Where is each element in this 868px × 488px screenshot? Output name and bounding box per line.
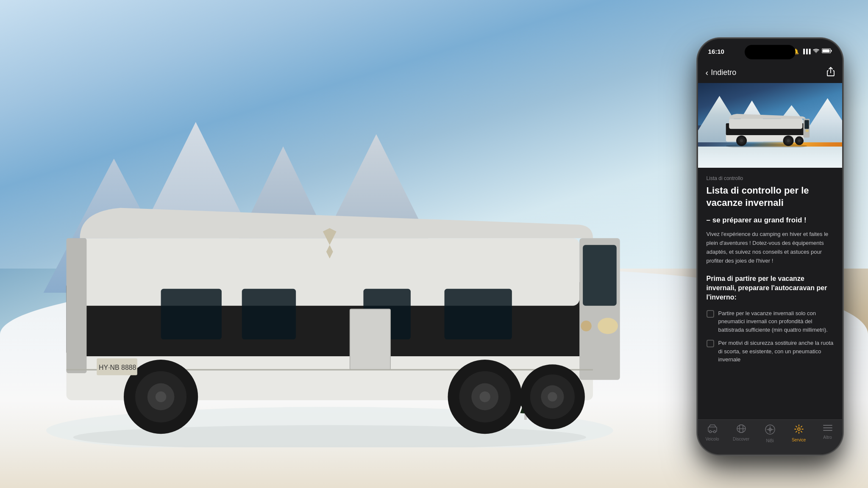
back-label: Indietro [711,68,736,77]
svg-rect-10 [161,289,222,339]
service-icon [794,424,804,436]
svg-point-50 [709,431,711,433]
svg-rect-32 [822,49,829,52]
content-section-title: Prima di partire per le vacanze invernal… [707,274,834,302]
content-area[interactable]: Lista di controllo Lista di controllo pe… [698,168,842,419]
rv-vehicle: HY·NB 8888 [26,177,634,449]
tab-veicolo[interactable]: Veicolo [700,424,725,441]
nibi-label: NiBi [766,438,773,443]
svg-rect-31 [831,50,832,52]
checkbox-1[interactable] [707,310,714,318]
tab-service[interactable]: Service [786,424,812,442]
discover-icon [736,424,746,435]
phone-mockup: 16:10 🔔 ▐▐▐ ‹ Indietro [698,39,842,454]
signal-icon: ▐▐▐ [801,49,810,54]
discover-label: Discover [733,437,749,441]
phone-frame: 16:10 🔔 ▐▐▐ ‹ Indietro [698,39,842,454]
nibi-icon [765,424,776,437]
svg-point-7 [598,318,618,334]
hero-rv-svg [720,110,813,147]
checkbox-2[interactable] [707,340,714,347]
share-icon [827,67,835,76]
dynamic-island [745,45,796,59]
altro-icon [823,424,833,433]
content-body-text: Vivez l'expérience du camping en hiver e… [707,230,834,265]
content-subtitle: – se préparer au grand froid ! [707,216,834,225]
svg-point-19 [156,391,166,402]
svg-rect-6 [583,245,617,305]
status-icons: 🔔 ▐▐▐ [792,47,832,55]
svg-point-23 [480,391,490,402]
checklist-text-1: Partire per le vacanze invernali solo co… [718,309,834,334]
svg-rect-9 [67,238,87,373]
nav-header: ‹ Indietro [698,62,842,83]
veicolo-icon [707,424,718,435]
svg-point-8 [581,320,592,331]
svg-point-51 [713,431,715,433]
svg-point-48 [798,139,800,142]
tab-discover[interactable]: Discover [729,424,754,441]
status-time: 16:10 [708,46,724,55]
svg-rect-39 [805,129,808,132]
hero-snow-ground [698,147,842,168]
svg-rect-14 [350,309,391,369]
svg-point-59 [798,428,800,430]
svg-rect-13 [445,289,512,339]
tab-altro[interactable]: Altro [815,424,840,440]
hero-image-bg [698,83,842,168]
checklist-item-1: Partire per le vacanze invernali solo co… [707,309,834,334]
checklist-item-2: Per motivi di sicurezza sostituire anche… [707,339,834,364]
back-chevron-icon: ‹ [706,68,709,78]
tab-nibi[interactable]: NiBi [757,424,783,443]
svg-text:HY·NB 8888: HY·NB 8888 [99,364,136,371]
phone-screen: 16:10 🔔 ▐▐▐ ‹ Indietro [698,39,842,454]
svg-point-45 [787,139,790,142]
hero-rv [720,110,813,149]
back-button[interactable]: ‹ Indietro [706,68,737,78]
svg-rect-11 [242,289,296,339]
share-button[interactable] [827,67,835,78]
tab-bar: Veicolo Discover [698,419,842,454]
content-category-label: Lista di controllo [707,175,834,181]
battery-icon [822,48,832,55]
rv-svg: HY·NB 8888 [26,177,634,447]
veicolo-label: Veicolo [705,437,719,441]
altro-label: Altro [823,435,832,440]
svg-rect-36 [729,119,802,129]
content-title: Lista di controllo per le vacanze invern… [707,185,834,209]
svg-point-27 [548,392,557,401]
hero-image [698,83,842,168]
wifi-icon [813,48,819,55]
svg-point-42 [740,139,743,142]
checklist-text-2: Per motivi di sicurezza sostituire anche… [718,339,834,364]
svg-rect-38 [804,120,809,129]
service-label: Service [792,438,806,442]
